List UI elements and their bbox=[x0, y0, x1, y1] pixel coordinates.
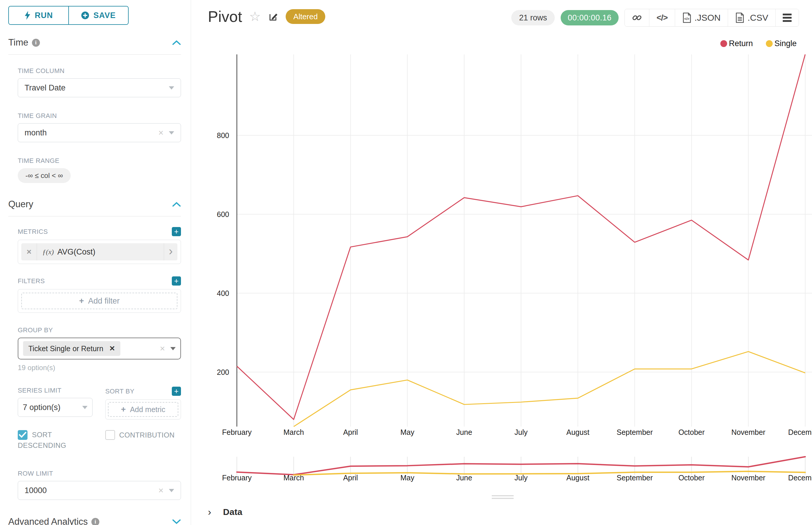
contribution-checkbox[interactable] bbox=[105, 430, 115, 440]
sort-by-box: + Add metric bbox=[105, 399, 181, 419]
time-section-title: Time bbox=[8, 37, 28, 48]
clear-icon[interactable]: × bbox=[160, 344, 165, 354]
data-panel-toggle[interactable]: › Data bbox=[208, 506, 242, 518]
query-section-header[interactable]: Query bbox=[8, 199, 181, 210]
svg-text:September: September bbox=[617, 428, 653, 436]
time-range-pill[interactable]: -∞ ≤ col < ∞ bbox=[18, 168, 71, 183]
share-link-button[interactable] bbox=[625, 9, 649, 26]
svg-text:800: 800 bbox=[217, 131, 229, 139]
plus-icon: + bbox=[121, 405, 126, 414]
svg-text:December: December bbox=[788, 474, 812, 482]
svg-text:February: February bbox=[222, 428, 252, 436]
contribution-label[interactable]: CONTRIBUTION bbox=[119, 430, 175, 440]
svg-text:December: December bbox=[788, 428, 812, 436]
sort-descending-checkbox[interactable] bbox=[18, 430, 28, 440]
svg-text:November: November bbox=[731, 428, 765, 436]
add-sort-metric-plus-button[interactable]: + bbox=[172, 387, 181, 396]
svg-text:200: 200 bbox=[217, 368, 229, 376]
metrics-box: × ƒ(x) AVG(Cost) › bbox=[18, 240, 181, 264]
favorite-star-icon[interactable]: ☆ bbox=[249, 10, 261, 23]
add-filter-button[interactable]: + Add filter bbox=[21, 292, 177, 309]
view-query-button[interactable]: </> bbox=[649, 9, 675, 26]
svg-text:May: May bbox=[400, 428, 415, 436]
svg-text:November: November bbox=[731, 474, 765, 482]
query-section-title: Query bbox=[8, 199, 33, 210]
chart-menu-button[interactable] bbox=[775, 9, 799, 26]
csv-file-icon bbox=[735, 12, 744, 23]
control-sidebar: RUN SAVE Time i TIME COLUMN Travel Date … bbox=[0, 0, 191, 525]
export-toolbar: </> </> .JSON .CSV bbox=[624, 9, 799, 27]
run-button[interactable]: RUN bbox=[9, 6, 68, 24]
clear-icon[interactable]: × bbox=[158, 485, 163, 495]
code-icon: </> bbox=[656, 13, 667, 22]
svg-text:March: March bbox=[283, 428, 304, 436]
sort-descending-label[interactable]: SORT DESCENDING bbox=[18, 430, 92, 451]
save-button[interactable]: SAVE bbox=[68, 6, 128, 24]
row-limit-select[interactable]: 10000 × bbox=[18, 481, 181, 500]
row-limit-value: 10000 bbox=[25, 486, 158, 495]
json-file-icon: </> bbox=[682, 12, 692, 23]
group-by-select[interactable]: Ticket Single or Return ✕ × bbox=[18, 338, 181, 359]
panel-resize-handle[interactable] bbox=[492, 495, 514, 500]
svg-text:June: June bbox=[456, 474, 472, 482]
row-limit-label: ROW LIMIT bbox=[18, 470, 181, 477]
time-grain-value: month bbox=[25, 128, 158, 137]
clear-icon[interactable]: × bbox=[158, 128, 163, 138]
chevron-right-icon: › bbox=[208, 506, 211, 518]
function-icon: ƒ(x) bbox=[42, 248, 54, 256]
export-json-label: .JSON bbox=[695, 13, 721, 23]
time-grain-select[interactable]: month × bbox=[18, 123, 181, 142]
series-limit-value: 7 option(s) bbox=[23, 403, 82, 412]
series-limit-select[interactable]: 7 option(s) bbox=[18, 398, 92, 417]
remove-metric-icon[interactable]: × bbox=[21, 247, 37, 257]
plus-icon: + bbox=[79, 296, 84, 306]
svg-text:October: October bbox=[678, 428, 705, 436]
sort-by-label: SORT BY + bbox=[105, 387, 181, 396]
metrics-label-text: METRICS bbox=[18, 228, 48, 236]
chart-title: Pivot bbox=[208, 8, 242, 26]
svg-text:April: April bbox=[343, 428, 358, 436]
remove-chip-icon[interactable]: ✕ bbox=[109, 344, 115, 352]
export-csv-button[interactable]: .CSV bbox=[728, 9, 775, 26]
info-icon: i bbox=[91, 518, 99, 525]
time-column-value: Travel Date bbox=[25, 84, 169, 92]
filters-box: + Add filter bbox=[18, 289, 181, 313]
group-by-chip[interactable]: Ticket Single or Return ✕ bbox=[23, 341, 120, 356]
export-json-button[interactable]: </> .JSON bbox=[675, 9, 728, 26]
altered-badge[interactable]: Altered bbox=[286, 9, 325, 24]
filters-label: FILTERS + bbox=[18, 276, 181, 286]
svg-text:September: September bbox=[617, 474, 653, 482]
add-metric-label: Add metric bbox=[130, 405, 165, 414]
caret-down-icon bbox=[169, 86, 174, 90]
svg-text:October: October bbox=[678, 474, 705, 482]
query-duration-badge: 00:00:00.16 bbox=[561, 10, 619, 26]
sort-by-label-text: SORT BY bbox=[105, 388, 135, 395]
svg-text:July: July bbox=[515, 474, 528, 482]
chart-panel: Pivot ☆ Altered 21 rows 00:00:00.16 </> … bbox=[191, 0, 812, 525]
time-column-select[interactable]: Travel Date bbox=[18, 78, 181, 97]
row-count-badge: 21 rows bbox=[511, 10, 555, 26]
metric-value: AVG(Cost) bbox=[57, 247, 95, 257]
time-section-header[interactable]: Time i bbox=[8, 37, 181, 48]
chart-svg[interactable]: 200400600800FebruaryFebruaryMarchMarchAp… bbox=[191, 39, 812, 499]
chevron-right-icon[interactable]: › bbox=[164, 244, 177, 259]
svg-text:February: February bbox=[222, 474, 252, 482]
add-sort-metric-button[interactable]: + Add metric bbox=[108, 402, 178, 417]
chevron-up-icon[interactable] bbox=[172, 201, 181, 207]
metric-chip[interactable]: × ƒ(x) AVG(Cost) › bbox=[21, 243, 177, 260]
svg-text:July: July bbox=[515, 428, 528, 436]
chevron-down-icon[interactable] bbox=[172, 519, 181, 524]
advanced-analytics-header[interactable]: Advanced Analytics i bbox=[8, 516, 181, 525]
advanced-analytics-title: Advanced Analytics bbox=[8, 516, 88, 525]
chevron-up-icon[interactable] bbox=[172, 40, 181, 45]
add-metric-plus-button[interactable]: + bbox=[172, 227, 181, 236]
caret-down-icon bbox=[169, 131, 174, 135]
run-save-button-group: RUN SAVE bbox=[8, 6, 129, 25]
metrics-label: METRICS + bbox=[18, 227, 181, 236]
info-icon: i bbox=[32, 39, 40, 47]
edit-icon[interactable] bbox=[268, 11, 279, 22]
time-column-label: TIME COLUMN bbox=[18, 67, 181, 75]
svg-text:May: May bbox=[400, 474, 415, 482]
add-filter-plus-button[interactable]: + bbox=[172, 276, 181, 286]
filters-label-text: FILTERS bbox=[18, 277, 45, 285]
